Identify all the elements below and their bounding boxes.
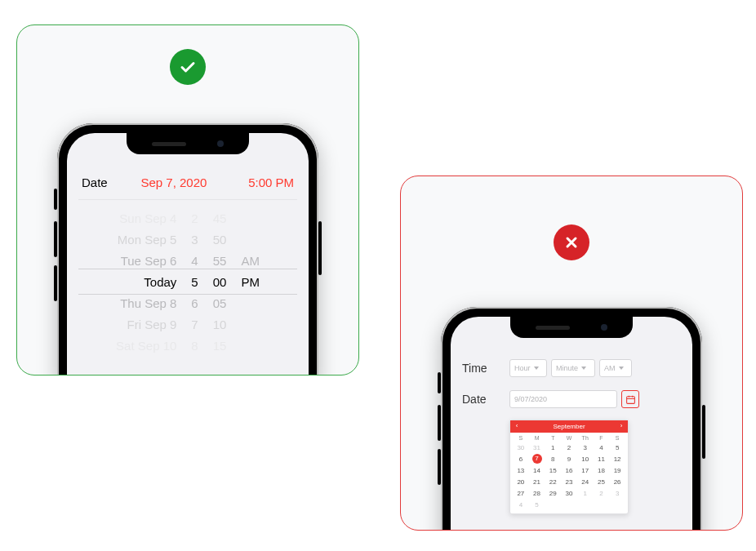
speaker (152, 142, 186, 146)
picker-minute-option[interactable]: 55 (213, 251, 227, 272)
calendar-day[interactable]: 3 (609, 488, 625, 499)
calendar-popover[interactable]: ‹ September › SMTWThFS303112345678910111… (509, 420, 629, 514)
calendar-day[interactable]: 2 (594, 488, 610, 499)
hour-select[interactable]: Hour (509, 359, 547, 377)
calendar-day[interactable]: 19 (609, 465, 625, 476)
calendar-day[interactable]: 30 (561, 488, 577, 499)
calendar-day[interactable]: 27 (513, 488, 529, 499)
volume-down-button (438, 449, 441, 485)
picker-ampm-selected[interactable]: PM (241, 272, 260, 293)
calendar-day[interactable]: 4 (594, 442, 610, 453)
picker-minute-selected[interactable]: 00 (213, 272, 227, 293)
picker-minute-option[interactable]: 15 (213, 335, 227, 357)
calendar-day[interactable]: 12 (609, 454, 625, 464)
calendar-day[interactable]: 2 (561, 442, 577, 453)
calendar-day[interactable]: 30 (513, 442, 529, 453)
calendar-day[interactable]: 11 (594, 454, 610, 464)
picker-hour-column[interactable]: 2 3 4 5 6 7 8 (191, 208, 198, 357)
volume-up-button (54, 221, 57, 257)
calendar-day[interactable]: 9 (561, 454, 577, 464)
calendar-day[interactable]: 18 (594, 465, 610, 476)
picker-minute-option[interactable]: 05 (213, 293, 227, 314)
calendar-day (577, 500, 594, 510)
calendar-day[interactable]: 14 (529, 465, 545, 476)
calendar-day[interactable]: 21 (529, 477, 545, 487)
prev-month-button[interactable]: ‹ (513, 422, 521, 429)
picker-hour-selected[interactable]: 5 (191, 272, 198, 293)
checkmark-icon (178, 57, 198, 77)
ampm-select[interactable]: AM (599, 359, 632, 377)
calendar-dow: Th (577, 435, 594, 442)
picker-date-selected[interactable]: Today (144, 272, 176, 293)
calendar-day[interactable]: 1 (577, 488, 594, 499)
picker-minute-column[interactable]: 45 50 55 00 05 10 15 (213, 208, 227, 357)
picker-hour-option[interactable]: 3 (191, 229, 198, 251)
power-button (702, 405, 705, 459)
chevron-down-icon (619, 367, 624, 370)
minute-select[interactable]: Minute (551, 359, 595, 377)
picker-hour-option[interactable]: 6 (191, 293, 198, 314)
calendar-day[interactable]: 16 (561, 465, 577, 476)
date-label: Date (82, 176, 108, 189)
picker-minute-option[interactable]: 45 (213, 208, 227, 229)
chevron-down-icon (534, 367, 539, 370)
picker-date-option[interactable]: Mon Sep 5 (118, 229, 177, 251)
picker-date-option[interactable]: Thu Sep 8 (120, 293, 176, 314)
picker-date-option[interactable]: Sat Sep 10 (116, 335, 176, 357)
picker-date-option[interactable]: Sun Sep 4 (119, 208, 176, 229)
calendar-day (545, 500, 561, 510)
selected-date: Sep 7, 2020 (140, 176, 207, 189)
calendar-day[interactable]: 17 (577, 465, 594, 476)
picker-hour-option[interactable]: 2 (191, 208, 198, 229)
calendar-day[interactable]: 28 (529, 488, 545, 499)
calendar-day[interactable]: 13 (513, 465, 529, 476)
calendar-day[interactable]: 5 (529, 500, 545, 510)
date-input[interactable]: 9/07/2020 (509, 390, 617, 408)
picker-ampm-column[interactable]: AM PM (241, 208, 260, 357)
date-summary-row[interactable]: Date Sep 7, 2020 5:00 PM (78, 169, 297, 200)
calendar-day[interactable]: 8 (545, 454, 561, 464)
calendar-day[interactable]: 1 (545, 442, 561, 453)
picker-date-column[interactable]: Sun Sep 4 Mon Sep 5 Tue Sep 6 Today Thu … (116, 208, 176, 357)
calendar-grid[interactable]: SMTWThFS30311234567891011121314151617181… (510, 433, 628, 513)
date-field-row: Date 9/07/2020 (462, 384, 681, 415)
calendar-day[interactable]: 15 (545, 465, 561, 476)
calendar-button[interactable] (621, 390, 639, 408)
picker-date-option[interactable]: Tue Sep 6 (121, 251, 177, 272)
calendar-day[interactable]: 25 (594, 477, 610, 487)
mute-switch (438, 372, 441, 393)
calendar-dow: M (529, 435, 545, 442)
date-label: Date (462, 393, 509, 406)
calendar-day[interactable]: 29 (545, 488, 561, 499)
picker-minute-option[interactable]: 10 (213, 314, 227, 335)
picker-minute-option[interactable]: 50 (213, 229, 227, 251)
speaker (536, 326, 570, 330)
notch (127, 133, 249, 154)
calendar-day[interactable]: 5 (609, 442, 625, 453)
datetime-picker[interactable]: Sun Sep 4 Mon Sep 5 Tue Sep 6 Today Thu … (78, 208, 297, 355)
picker-ampm-option[interactable]: AM (241, 251, 260, 272)
calendar-day[interactable]: 26 (609, 477, 625, 487)
calendar-day[interactable]: 24 (577, 477, 594, 487)
picker-hour-option[interactable]: 8 (191, 335, 198, 357)
calendar-dow: F (594, 435, 610, 442)
calendar-day[interactable]: 4 (513, 500, 529, 510)
calendar-day-selected[interactable]: 7 (532, 454, 542, 464)
calendar-day[interactable]: 3 (577, 442, 594, 453)
calendar-day (561, 500, 577, 510)
checkmark-badge (170, 49, 206, 85)
calendar-day[interactable]: 31 (529, 442, 545, 453)
picker-hour-option[interactable]: 4 (191, 251, 198, 272)
calendar-day[interactable]: 22 (545, 477, 561, 487)
calendar-dow: S (513, 435, 529, 442)
picker-hour-option[interactable]: 7 (191, 314, 198, 335)
picker-date-option[interactable]: Fri Sep 9 (127, 314, 176, 335)
calendar-day[interactable]: 23 (561, 477, 577, 487)
next-month-button[interactable]: › (617, 422, 625, 429)
time-label: Time (462, 362, 509, 375)
calendar-day[interactable]: 6 (513, 454, 529, 464)
calendar-dow: S (609, 435, 625, 442)
calendar-day[interactable]: 20 (513, 477, 529, 487)
power-button (318, 221, 322, 275)
calendar-day[interactable]: 10 (577, 454, 594, 464)
